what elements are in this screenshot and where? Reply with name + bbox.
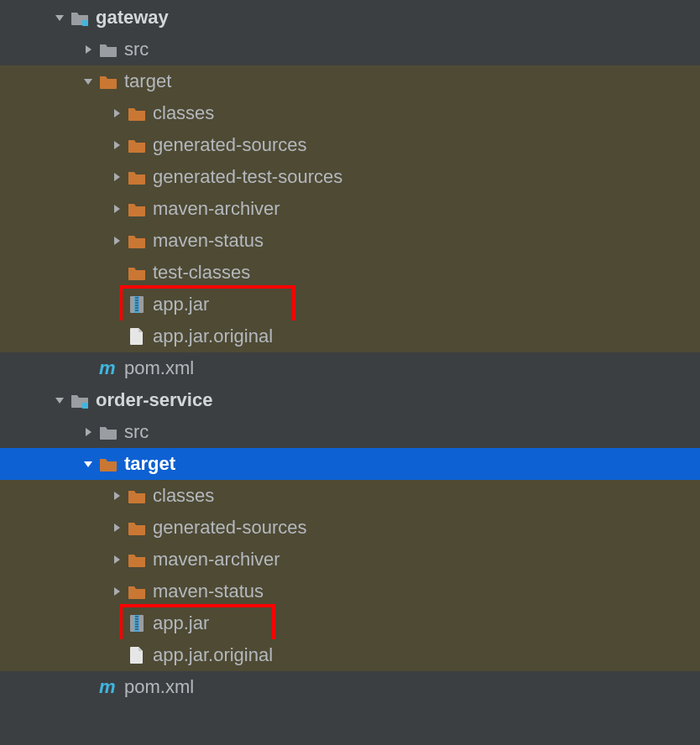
chevron-right-icon[interactable] [107,490,126,502]
module-folder-icon [69,392,91,409]
tree-node-app-jar-original[interactable]: app.jar.original [0,639,700,671]
chevron-right-icon[interactable] [107,203,126,215]
chevron-right-icon[interactable] [107,107,126,119]
svg-rect-0 [82,20,88,26]
folder-orange-icon [126,105,148,122]
tree-label: generated-sources [153,129,306,161]
chevron-right-icon[interactable] [107,139,126,151]
tree-label: pom.xml [124,671,194,703]
file-icon [126,327,148,346]
tree-node-generated-sources[interactable]: generated-sources [0,512,700,544]
tree-node-target[interactable]: target [0,65,700,97]
maven-icon: m [97,359,119,378]
folder-orange-icon [126,264,148,281]
tree-label: app.jar [153,607,209,639]
tree-label: target [124,65,171,97]
archive-icon [126,295,148,314]
tree-label: src [124,416,149,448]
tree-label: app.jar.original [153,639,273,671]
tree-label: maven-archiver [153,193,280,225]
folder-orange-icon [126,169,148,185]
tree-label: app.jar [153,289,209,320]
folder-orange-icon [126,519,148,536]
tree-node-app-jar[interactable]: app.jar [0,607,700,639]
tree-node-pom-xml[interactable]: m pom.xml [0,352,700,384]
chevron-down-icon[interactable] [79,458,97,470]
chevron-down-icon[interactable] [50,394,69,406]
archive-icon [126,614,148,633]
tree-node-maven-archiver[interactable]: maven-archiver [0,544,700,576]
tree-label: classes [153,97,214,129]
project-tree: gateway src target [0,0,700,703]
tree-node-app-jar[interactable]: app.jar [0,289,700,320]
folder-orange-icon [97,73,119,90]
folder-orange-icon [126,583,148,600]
folder-orange-icon [126,137,148,154]
chevron-right-icon[interactable] [79,426,97,438]
file-icon [126,646,148,664]
tree-node-src[interactable]: src [0,416,700,448]
tree-label: maven-status [153,225,264,257]
tree-label: order-service [96,384,212,416]
tree-label: target [124,448,175,480]
folder-icon [97,41,119,58]
svg-rect-10 [82,403,88,409]
chevron-down-icon[interactable] [79,76,97,87]
tree-node-classes[interactable]: classes [0,480,700,512]
tree-node-maven-archiver[interactable]: maven-archiver [0,193,700,225]
tree-node-pom-xml[interactable]: m pom.xml [0,671,700,703]
tree-node-gateway[interactable]: gateway [0,2,700,34]
maven-icon: m [97,678,119,696]
tree-label: pom.xml [124,352,194,384]
svg-text:m: m [99,678,116,696]
tree-label: generated-test-sources [153,161,342,193]
svg-text:m: m [99,359,116,378]
tree-label: src [124,34,149,65]
tree-label: classes [153,480,214,512]
folder-icon [97,424,119,440]
tree-node-maven-status[interactable]: maven-status [0,576,700,607]
folder-orange-icon [126,201,148,217]
chevron-down-icon[interactable] [50,12,69,23]
chevron-right-icon[interactable] [107,171,126,183]
folder-orange-icon [97,456,119,472]
tree-node-order-service[interactable]: order-service [0,384,700,416]
tree-label: test-classes [153,257,250,289]
tree-node-src[interactable]: src [0,34,700,65]
tree-node-target[interactable]: target [0,448,700,480]
tree-node-generated-sources[interactable]: generated-sources [0,129,700,161]
chevron-right-icon[interactable] [107,586,126,597]
tree-label: maven-archiver [153,544,280,576]
tree-node-generated-test-sources[interactable]: generated-test-sources [0,161,700,193]
tree-label: maven-status [153,576,264,607]
chevron-right-icon[interactable] [107,554,126,565]
tree-node-app-jar-original[interactable]: app.jar.original [0,320,700,352]
chevron-right-icon[interactable] [79,44,97,55]
tree-label: gateway [96,2,169,34]
folder-orange-icon [126,487,148,504]
tree-node-classes[interactable]: classes [0,97,700,129]
tree-node-test-classes[interactable]: test-classes [0,257,700,289]
module-folder-icon [69,9,91,26]
chevron-right-icon[interactable] [107,235,126,247]
folder-orange-icon [126,232,148,249]
chevron-right-icon[interactable] [107,522,126,534]
tree-label: app.jar.original [153,320,273,352]
tree-node-maven-status[interactable]: maven-status [0,225,700,257]
tree-label: generated-sources [153,512,306,544]
folder-orange-icon [126,551,148,568]
